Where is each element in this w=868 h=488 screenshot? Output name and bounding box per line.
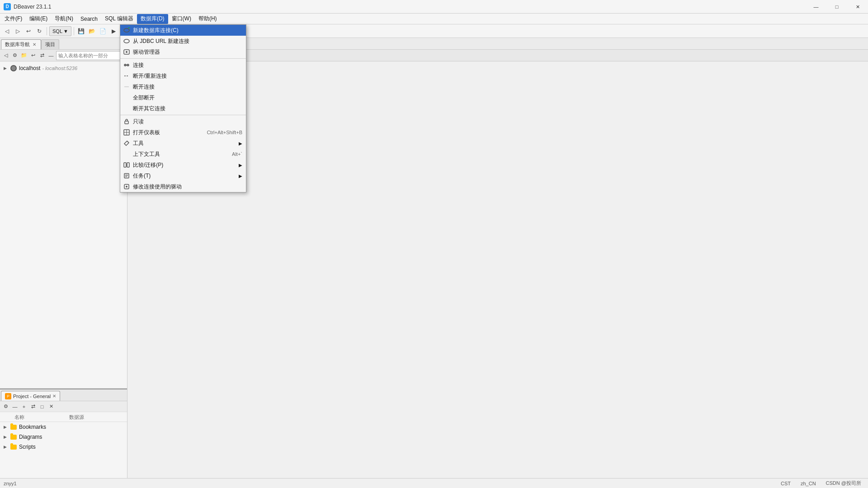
menu-nav[interactable]: 导航(N) (51, 14, 77, 24)
diagrams-arrow: ▶ (4, 435, 8, 439)
menu-jdbc-url[interactable]: 从 JDBC URL 新建连接 (120, 36, 246, 47)
menu-reconnect-label: 断开/重新连接 (133, 72, 167, 80)
menu-compare[interactable]: 比较/迁移(P) ▶ (120, 160, 246, 170)
status-locale[interactable]: zh_CN (797, 479, 819, 488)
menu-help[interactable]: 帮助(H) (195, 14, 221, 24)
db-search-input[interactable] (56, 51, 125, 60)
maximize-button[interactable]: □ (826, 0, 847, 14)
menu-disconnect-others[interactable]: 断开其它连接 (120, 103, 246, 114)
nav-minus-btn[interactable]: — (47, 52, 55, 60)
menu-reconnect[interactable]: 断开/重新连接 (120, 70, 246, 81)
toolbar-save-btn[interactable]: 💾 (76, 26, 86, 36)
bookmark-arrow: ▶ (4, 425, 8, 429)
project-arrow-btn[interactable]: ⇄ (29, 403, 37, 411)
sql-dropdown-btn[interactable]: SQL ▼ (49, 26, 71, 36)
project-square-btn[interactable]: □ (38, 403, 46, 411)
diagrams-folder-icon (10, 433, 17, 441)
status-cst[interactable]: CST (778, 479, 794, 488)
menu-edit[interactable]: 编辑(E) (26, 14, 51, 24)
menu-sql-editor[interactable]: SQL 编辑器 (101, 14, 137, 24)
menu-context-tools[interactable]: 上下文工具 Alt+` (120, 149, 246, 160)
dashboard-icon (122, 128, 131, 137)
toolbar-btn3[interactable]: ↩ (24, 26, 33, 36)
menu-window[interactable]: 窗口(W) (168, 14, 195, 24)
bookmark-label: Bookmarks (19, 424, 46, 430)
project-minimize-btn[interactable]: — (11, 403, 19, 411)
sql-label: SQL (52, 28, 62, 34)
disconnect-others-icon (122, 104, 131, 113)
nav-settings-btn[interactable]: ⚙ (11, 52, 19, 60)
menu-context-tools-label: 上下文工具 (133, 150, 160, 158)
menu-modify-driver-label: 修改连接使用的驱动 (133, 183, 182, 191)
menu-connect[interactable]: 连接 (120, 60, 246, 70)
svg-point-20 (126, 186, 127, 188)
menu-tools-label: 工具 (133, 140, 144, 147)
tools-icon (122, 139, 131, 148)
context-tools-icon (122, 150, 131, 159)
svg-point-6 (127, 64, 129, 66)
menu-new-conn-label: 新建数据库连接(C) (133, 27, 179, 34)
svg-text:+: + (128, 27, 130, 30)
menu-new-conn[interactable]: + 新建数据库连接(C) (120, 25, 246, 36)
bottom-tab-project[interactable]: P Project - General ✕ (1, 391, 60, 401)
toolbar-back-btn[interactable]: ◁ (2, 26, 12, 36)
tab-project[interactable]: 项目 (41, 39, 59, 49)
toolbar-btn4[interactable]: ↻ (34, 26, 44, 36)
menu-dashboard-label: 打开仪表板 (133, 129, 160, 136)
readonly-icon (122, 117, 131, 126)
toolbar-open-btn[interactable]: 📂 (87, 26, 97, 36)
tab-db-navigator-close[interactable]: ✕ (32, 42, 37, 47)
menu-modify-driver[interactable]: 修改连接使用的驱动 (120, 181, 246, 192)
project-item-diagrams[interactable]: ▶ Diagrams (0, 432, 127, 442)
menu-sep2 (120, 115, 246, 115)
menu-search[interactable]: Search (77, 14, 101, 24)
menu-compare-label: 比较/迁移(P) (133, 161, 163, 169)
project-close-btn[interactable]: ✕ (47, 403, 55, 411)
menu-open-dashboard[interactable]: 打开仪表板 Ctrl+Alt+Shift+B (120, 127, 246, 138)
menu-readonly[interactable]: 只读 (120, 116, 246, 127)
project-item-scripts[interactable]: ▶ Scripts (0, 442, 127, 452)
new-conn-icon: + (122, 26, 131, 35)
menu-connect-label: 连接 (133, 61, 144, 69)
toolbar-run-btn[interactable]: ▶ (109, 26, 119, 36)
tools-submenu-arrow: ▶ (239, 141, 242, 146)
svg-point-5 (124, 64, 126, 66)
svg-rect-12 (124, 163, 126, 167)
tree-item-localhost[interactable]: ▶ localhost - localhost:5236 (0, 63, 127, 73)
project-settings-btn[interactable]: ⚙ (2, 403, 10, 411)
modify-driver-icon (122, 182, 131, 191)
menu-bar: 文件(F) 编辑(E) 导航(N) Search SQL 编辑器 数据库(D) … (0, 14, 868, 24)
nav-filter-btn[interactable]: ⇄ (38, 52, 46, 60)
close-button[interactable]: ✕ (847, 0, 868, 14)
status-bar: znyy1 CST zh_CN CSDN @投司所 (0, 478, 868, 488)
menu-disconnect-all[interactable]: 全部断开 (120, 92, 246, 103)
toolbar-sep2 (74, 27, 74, 35)
connect-icon (122, 61, 131, 70)
menu-tasks[interactable]: 任务(T) ▶ (120, 170, 246, 181)
db-connection-icon (10, 65, 17, 72)
bottom-tab-project-close[interactable]: ✕ (52, 394, 56, 399)
svg-point-4 (126, 51, 127, 53)
minimize-button[interactable]: — (806, 0, 826, 14)
menu-database[interactable]: 数据库(D) (137, 14, 168, 24)
svg-point-2 (124, 39, 129, 43)
scripts-folder-icon (10, 443, 17, 450)
db-menu: + 新建数据库连接(C) 从 JDBC URL 新建连接 驱动管理器 (120, 24, 246, 192)
db-tree: ▶ localhost - localhost:5236 (0, 61, 127, 388)
menu-file[interactable]: 文件(F) (1, 14, 26, 24)
nav-new-btn[interactable]: 📁 (20, 52, 28, 60)
menu-driver-manager[interactable]: 驱动管理器 (120, 47, 246, 57)
tab-db-navigator[interactable]: 数据库导航 ✕ (1, 39, 41, 49)
project-col-datasource: 数据源 (69, 414, 123, 421)
menu-tools[interactable]: 工具 ▶ (120, 138, 246, 149)
nav-arrow-btn[interactable]: ↩ (29, 52, 37, 60)
project-expand-btn[interactable]: + (20, 403, 28, 411)
nav-collapse-btn[interactable]: ◁ (2, 52, 10, 60)
project-item-bookmarks[interactable]: ▶ Bookmarks (0, 422, 127, 432)
status-left: znyy1 (4, 481, 778, 486)
toolbar-forward-btn[interactable]: ▷ (13, 26, 23, 36)
bookmark-folder-icon (10, 423, 17, 431)
menu-sep1 (120, 58, 246, 59)
toolbar-new-btn[interactable]: 📄 (98, 26, 108, 36)
menu-disconnect[interactable]: 断开连接 (120, 81, 246, 92)
